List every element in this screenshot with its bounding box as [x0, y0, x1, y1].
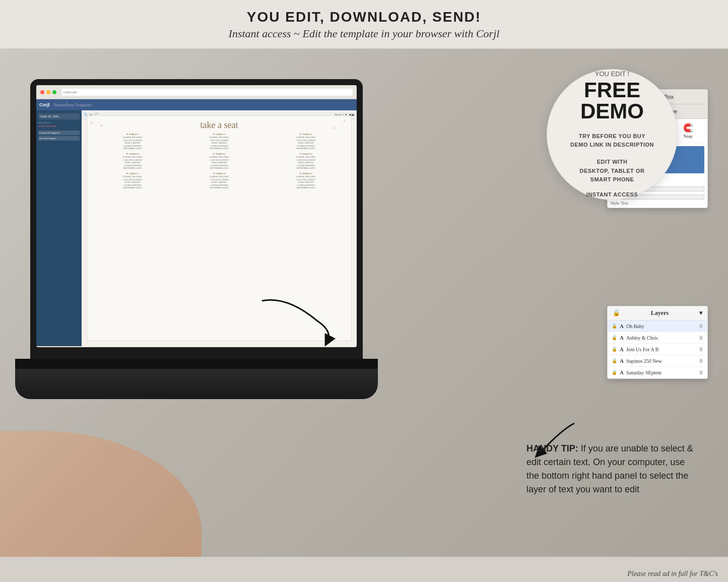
- footer-text: Please read ad in full for T&C's: [627, 570, 718, 578]
- table-label: ✦ TABLE 2: [177, 133, 261, 136]
- layer-name-oh-baby: Oh Baby: [626, 324, 696, 329]
- table-7: ✦ TABLE 7 DAPHNE THE JONESCARA WILLIAMSO…: [90, 172, 175, 189]
- layer-lock-icon: 🔒: [612, 358, 617, 363]
- laptop-mockup: corjl.com Corjl NoorayParty Templates Or…: [15, 79, 378, 492]
- layer-item-supinos[interactable]: 🔒 A Supinos 250 New 🗑: [608, 355, 707, 367]
- star-decor: ✦: [333, 126, 336, 131]
- table-names: DAPHNE THE JONESCARA WILLIAMSONJESSICA B…: [90, 156, 175, 170]
- table-3: ✦ TABLE 3 DAPHNE THE JONESCARA WILLIAMSO…: [263, 133, 348, 150]
- demo-instant-access: INSTANT ACCESS: [586, 190, 638, 200]
- table-5: ✦ TABLE 5 DAPHNE THE JONESCARA WILLIAMSO…: [177, 152, 261, 170]
- layer-delete-icon[interactable]: 🗑: [699, 370, 703, 375]
- sidebar-info: Item Name 1: [38, 121, 80, 124]
- laptop-base: [15, 369, 378, 399]
- table-4: ✦ TABLE 4 DAPHNE THE JONESCARA WILLIAMSO…: [90, 152, 175, 170]
- table-label: ✦ TABLE 4: [90, 152, 175, 155]
- layer-name-join-us: Join Us For A B: [626, 347, 696, 352]
- layer-name-ashley-chris: Ashley & Chris: [626, 335, 696, 341]
- table-9: ✦ TABLE 9 DAPHNE THE JONESCARA WILLIAMSO…: [263, 172, 348, 189]
- table-label: ✦ TABLE 6: [263, 152, 348, 155]
- layer-item-oh-baby[interactable]: 🔒 A Oh Baby 🗑: [608, 320, 707, 332]
- top-banner: YOU EDIT, DOWNLOAD, SEND! Instant access…: [0, 0, 728, 49]
- sidebar-status: ● INCOMPLETE: [38, 125, 80, 127]
- layer-text-marker: A: [620, 358, 624, 364]
- handy-tip-text: HANDY TIP: If you are unable to select &…: [526, 442, 698, 496]
- layer-item-saturday[interactable]: 🔒 A Saturday SEptem 🗑: [608, 367, 707, 378]
- layer-name-supinos: Supinos 250 New: [626, 358, 696, 364]
- star-decor: ✦: [343, 118, 346, 123]
- layer-text-marker: A: [620, 369, 624, 375]
- snap-button[interactable]: 🧲 Snap: [683, 123, 693, 139]
- layer-lock-icon: 🔒: [612, 370, 617, 375]
- handy-tip-label: HANDY TIP:: [526, 443, 578, 454]
- free-demo-circle: YOU EDIT ! FREE DEMO TRY BEFORE YOU BUY …: [547, 69, 678, 200]
- table-label: ✦ TABLE 9: [263, 172, 348, 175]
- main-area: corjl.com Corjl NoorayParty Templates Or…: [0, 49, 728, 557]
- table-names: DAPHNE THE JONESCARA WILLIAMSONJESSICA B…: [263, 156, 348, 170]
- corjl-sidebar: Order Id: 1500... Item Name 1 ● INCOMPLE…: [36, 110, 82, 346]
- table-names: DAPHNE THE JONESCARA WILLIAMSONJESSICA B…: [177, 136, 261, 150]
- snap-label: Snap: [684, 134, 693, 139]
- layer-name-saturday: Saturday SEptem: [626, 370, 696, 375]
- layers-header: 🔒 Layers ▾: [608, 306, 707, 320]
- tables-grid: ✦ TABLE 1 DAPHNE THE JONESCARA WILLIAMSO…: [87, 133, 351, 192]
- star-decor: ✦: [100, 123, 103, 128]
- table-label: ✦ TABLE 1: [90, 133, 175, 136]
- table-names: DAPHNE THE JONESCARA WILLIAMSONJESSICA B…: [90, 175, 175, 189]
- table-names: DAPHNE THE JONESCARA WILLIAMSONJESSICA B…: [90, 136, 175, 150]
- table-6: ✦ TABLE 6 DAPHNE THE JONESCARA WILLIAMSO…: [263, 152, 348, 170]
- sidebar-btn-1[interactable]: Launch & Originate: [38, 131, 80, 135]
- nav-menu: NoorayParty Templates: [54, 103, 92, 107]
- lock-icon: 🔒: [613, 309, 620, 317]
- snap-icon: 🧲: [683, 123, 693, 133]
- demo-you-edit: YOU EDIT !: [595, 70, 629, 78]
- layer-lock-icon: 🔒: [612, 347, 617, 352]
- layers-panel: 🔒 Layers ▾ 🔒 A Oh Baby 🗑 🔒 A Ashley & Ch…: [607, 306, 708, 379]
- close-dot: [40, 90, 44, 94]
- table-8: ✦ TABLE 8 DAPHNE THE JONESCARA WILLIAMSO…: [177, 172, 261, 189]
- table-names: DAPHNE THE JONESCARA WILLIAMSONJESSICA B…: [177, 175, 261, 189]
- banner-subtitle: Instant access ~ Edit the template in yo…: [0, 27, 728, 40]
- demo-try-before: TRY BEFORE YOU BUY DEMO LINK IN DESCRIPT…: [570, 132, 654, 150]
- layer-delete-icon[interactable]: 🗑: [699, 347, 703, 352]
- seating-title: take a seat: [87, 116, 351, 133]
- demo-free: FREE: [584, 80, 640, 101]
- table-2: ✦ TABLE 2 DAPHNE THE JONESCARA WILLIAMSO…: [177, 133, 261, 150]
- layer-item-join-us[interactable]: 🔒 A Join Us For A B 🗑: [608, 344, 707, 355]
- address-bar: corjl.com: [61, 89, 353, 96]
- browser-chrome: corjl.com: [36, 85, 357, 99]
- sidebar-btn-2[interactable]: Save & Changes: [38, 136, 80, 141]
- sidebar-actions: Launch & Originate Save & Changes: [38, 131, 80, 141]
- layer-text-marker: A: [620, 335, 624, 341]
- arrow-to-panel: [247, 291, 348, 351]
- sidebar-order: Order Id: 1500...: [38, 113, 80, 119]
- layer-lock-icon: 🔒: [612, 324, 617, 329]
- star-decor: ✦: [90, 121, 93, 125]
- table-label: ✦ TABLE 5: [177, 152, 261, 155]
- handy-tip-section: HANDY TIP: If you are unable to select &…: [526, 442, 698, 496]
- table-1: ✦ TABLE 1 DAPHNE THE JONESCARA WILLIAMSO…: [90, 133, 175, 150]
- banner-title: YOU EDIT, DOWNLOAD, SEND!: [0, 9, 728, 25]
- corjl-logo: Corjl: [39, 102, 50, 107]
- table-label: ✦ TABLE 7: [90, 172, 175, 175]
- table-label: ✦ TABLE 3: [263, 133, 348, 136]
- maximize-dot: [52, 90, 56, 94]
- layer-delete-icon[interactable]: 🗑: [699, 358, 703, 363]
- demo-edit-with: EDIT WITH DESKTOP, TABLET OR SMART PHONE: [580, 158, 645, 184]
- layer-item-ashley-chris[interactable]: 🔒 A Ashley & Chris 🗑: [608, 332, 707, 344]
- table-names: DAPHNE THE JONESCARA WILLIAMSONJESSICA B…: [263, 136, 348, 150]
- layer-delete-icon[interactable]: 🗑: [699, 324, 703, 329]
- table-names: DAPHNE THE JONESCARA WILLIAMSONJESSICA B…: [177, 156, 261, 170]
- style-text-label: Style: Text: [611, 201, 704, 206]
- layer-lock-icon: 🔒: [612, 335, 617, 340]
- table-label: ✦ TABLE 8: [177, 172, 261, 175]
- corjl-nav: Corjl NoorayParty Templates: [36, 99, 357, 110]
- layer-delete-icon[interactable]: 🗑: [699, 335, 703, 340]
- chevron-down-icon: ▾: [699, 309, 702, 317]
- layer-text-marker: A: [620, 346, 624, 352]
- layer-text-marker: A: [620, 323, 624, 329]
- table-names: DAPHNE THE JONESCARA WILLIAMSONJESSICA B…: [263, 175, 348, 189]
- laptop-hinge: [15, 359, 378, 370]
- layers-title: Layers: [651, 309, 669, 317]
- minimize-dot: [46, 90, 50, 94]
